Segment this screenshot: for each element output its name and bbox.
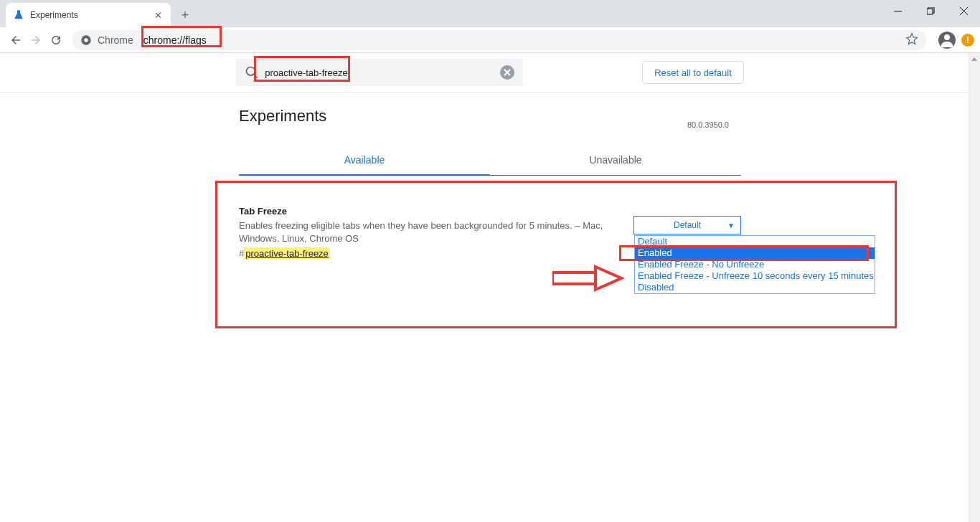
url-text: chrome://flags bbox=[143, 34, 207, 46]
svg-rect-2 bbox=[927, 9, 933, 14]
chrome-label: Chrome bbox=[98, 34, 133, 46]
omnibox[interactable]: Chrome chrome://flags bbox=[72, 30, 927, 50]
option-default[interactable]: Default bbox=[635, 236, 875, 247]
flag-dropdown: Default Enabled Enabled Freeze - No Unfr… bbox=[634, 235, 875, 294]
content-area: Reset all to default Experiments 80.0.39… bbox=[0, 53, 980, 522]
option-enabled-no-unfreeze[interactable]: Enabled Freeze - No Unfreeze bbox=[635, 259, 875, 270]
flag-description: Enables freezing eligible tabs when they… bbox=[239, 219, 633, 245]
page-title: Experiments bbox=[239, 107, 326, 125]
option-enabled-unfreeze-10s[interactable]: Enabled Freeze - Unfreeze 10 seconds eve… bbox=[635, 270, 875, 282]
search-icon bbox=[245, 65, 259, 80]
toolbar: Chrome chrome://flags ! bbox=[0, 27, 980, 53]
svg-line-9 bbox=[254, 75, 258, 78]
select-value: Default bbox=[674, 220, 701, 230]
search-box bbox=[236, 59, 523, 86]
close-tab-icon[interactable]: ✕ bbox=[152, 9, 164, 21]
scroll-up-icon[interactable] bbox=[968, 53, 980, 65]
chevron-down-icon: ▼ bbox=[727, 222, 735, 229]
browser-tab[interactable]: Experiments ✕ bbox=[6, 3, 171, 27]
bookmark-icon[interactable] bbox=[905, 32, 918, 48]
reset-button[interactable]: Reset all to default bbox=[642, 61, 744, 84]
tab-title: Experiments bbox=[30, 10, 152, 20]
option-enabled[interactable]: Enabled bbox=[635, 247, 875, 259]
flask-icon bbox=[13, 9, 24, 21]
tab-unavailable[interactable]: Unavailable bbox=[490, 146, 741, 176]
reload-button[interactable] bbox=[46, 30, 66, 50]
titlebar: Experiments ✕ + bbox=[0, 0, 980, 27]
tab-available[interactable]: Available bbox=[239, 146, 490, 176]
window-controls bbox=[881, 0, 980, 22]
flag-row: Tab Freeze Enables freezing eligible tab… bbox=[239, 206, 741, 259]
chrome-icon bbox=[80, 34, 92, 46]
back-button[interactable] bbox=[6, 30, 26, 50]
close-window-button[interactable] bbox=[947, 0, 980, 22]
minimize-button[interactable] bbox=[881, 0, 914, 22]
version-label: 80.0.3950.0 bbox=[687, 120, 729, 129]
maximize-button[interactable] bbox=[914, 0, 947, 22]
search-input[interactable] bbox=[265, 67, 500, 78]
clear-search-button[interactable] bbox=[500, 65, 514, 80]
svg-point-8 bbox=[247, 67, 255, 76]
alert-icon[interactable]: ! bbox=[961, 34, 974, 47]
svg-point-6 bbox=[84, 38, 88, 42]
forward-button[interactable] bbox=[26, 30, 46, 50]
flag-hash-link[interactable]: proactive-tab-freeze bbox=[244, 247, 330, 260]
flag-title: Tab Freeze bbox=[239, 206, 633, 217]
search-area: Reset all to default bbox=[0, 53, 980, 92]
svg-point-7 bbox=[944, 34, 950, 40]
flag-hash: #proactive-tab-freeze bbox=[239, 248, 633, 259]
tabs: Available Unavailable bbox=[239, 146, 741, 176]
option-disabled[interactable]: Disabled bbox=[635, 282, 875, 293]
scrollbar[interactable] bbox=[968, 53, 980, 522]
new-tab-button[interactable]: + bbox=[175, 5, 195, 25]
flag-select[interactable]: Default ▼ Default Enabled Enabled Freeze… bbox=[633, 216, 741, 234]
profile-icon[interactable] bbox=[938, 32, 956, 49]
